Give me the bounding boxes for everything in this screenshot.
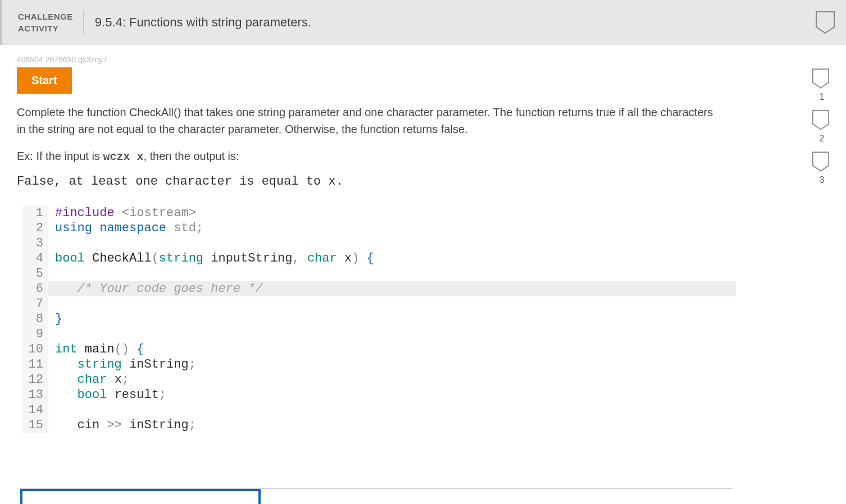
example-suffix: , then the output is: [143,150,239,162]
bookmark-icon[interactable] [816,11,835,34]
code-text[interactable]: using namespace std; [48,221,736,236]
shield-icon [812,68,831,91]
code-text[interactable]: bool result; [48,387,736,402]
code-line[interactable]: 4bool CheckAll(string inputString, char … [22,251,736,266]
code-text[interactable] [48,266,736,281]
testcase-tab-2[interactable] [261,489,497,504]
step-number: 2 [820,134,825,144]
example-output: False, at least one character is equal t… [17,175,829,189]
line-number: 11 [22,357,48,372]
code-text[interactable] [48,296,736,311]
activity-description: Complete the function CheckAll() that ta… [17,104,725,138]
example-input: wczx x [103,150,143,163]
code-text[interactable] [48,402,736,418]
testcase-tab-1[interactable] [20,489,261,504]
activity-title: 9.5.4: Functions with string parameters. [84,15,816,30]
code-line[interactable]: 10int main() { [22,342,736,357]
question-id: 406504.2679650.qx3zqy7 [17,55,829,64]
label-line1: CHALLENGE [18,11,73,22]
code-line[interactable]: 8} [22,311,736,327]
shield-icon [812,152,831,174]
line-number: 13 [22,387,48,402]
code-line[interactable]: 1#include <iostream> [22,205,736,221]
code-text[interactable]: #include <iostream> [48,205,736,221]
start-button[interactable]: Start [17,67,72,94]
shield-icon [812,110,831,132]
testcase-tabs [20,488,733,504]
code-line[interactable]: 13 bool result; [22,387,736,402]
line-number: 14 [22,402,48,418]
code-line[interactable]: 9 [22,327,736,342]
step-number: 1 [820,92,825,102]
step-shields: 123 [812,68,831,191]
line-number: 6 [22,281,48,296]
code-line[interactable]: 6 /* Your code goes here */ [22,281,736,296]
code-line[interactable]: 11 string inString; [22,357,736,372]
line-number: 5 [22,266,48,281]
line-number: 15 [22,418,48,433]
activity-header: CHALLENGE ACTIVITY 9.5.4: Functions with… [0,0,846,45]
line-number: 4 [22,251,48,266]
example-line: Ex: If the input is wczx x, then the out… [17,150,829,163]
line-number: 9 [22,327,48,342]
testcase-tab-3[interactable] [497,489,733,504]
step-3[interactable]: 3 [812,152,831,185]
code-line[interactable]: 5 [22,266,736,281]
activity-content: 406504.2679650.qx3zqy7 Start Complete th… [0,45,846,439]
line-number: 12 [22,372,48,387]
code-text[interactable] [48,327,736,342]
label-line2: ACTIVITY [18,22,73,34]
code-line[interactable]: 3 [22,236,736,251]
code-text[interactable]: string inString; [48,357,736,372]
step-number: 3 [820,175,825,185]
code-line[interactable]: 7 [22,296,736,311]
code-text[interactable]: /* Your code goes here */ [48,281,736,296]
activity-type-label: CHALLENGE ACTIVITY [2,10,84,35]
example-prefix: Ex: If the input is [17,150,103,162]
code-text[interactable]: } [48,311,736,327]
code-text[interactable]: bool CheckAll(string inputString, char x… [48,251,736,266]
step-2[interactable]: 2 [812,110,831,144]
code-line[interactable]: 14 [22,402,736,418]
code-text[interactable] [48,236,736,251]
line-number: 7 [22,296,48,311]
code-text[interactable]: int main() { [48,342,736,357]
code-text[interactable]: cin >> inString; [48,418,736,433]
line-number: 3 [22,236,48,251]
line-number: 10 [22,342,48,357]
line-number: 2 [22,221,48,236]
code-line[interactable]: 12 char x; [22,372,736,387]
code-line[interactable]: 15 cin >> inString; [22,418,736,433]
code-line[interactable]: 2using namespace std; [22,221,736,236]
step-1[interactable]: 1 [812,68,831,102]
line-number: 1 [22,205,48,221]
line-number: 8 [22,311,48,327]
code-editor[interactable]: 1#include <iostream>2using namespace std… [22,205,736,439]
code-text[interactable]: char x; [48,372,736,387]
